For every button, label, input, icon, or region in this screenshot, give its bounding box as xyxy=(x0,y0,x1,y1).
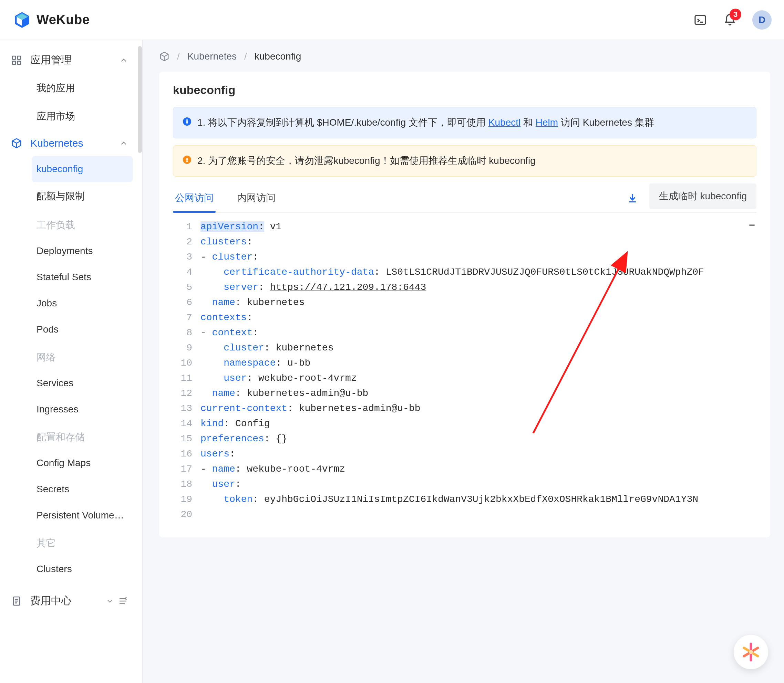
svg-rect-4 xyxy=(18,61,21,64)
sidebar-item-pvcs[interactable]: Persistent Volume… xyxy=(32,502,133,528)
svg-rect-1 xyxy=(13,56,16,59)
content-area: / Kubernetes / kubeconfig kubeconfig 1. … xyxy=(143,40,784,683)
cube-icon xyxy=(11,138,22,149)
tab-private[interactable]: 内网访问 xyxy=(235,184,278,212)
download-icon[interactable] xyxy=(627,192,638,204)
breadcrumb: / Kubernetes / kubeconfig xyxy=(159,51,770,62)
user-avatar[interactable]: D xyxy=(752,10,771,30)
card-title: kubeconfig xyxy=(173,83,757,97)
grid-icon xyxy=(11,55,22,66)
sidebar-section-other: 其它 xyxy=(32,528,139,556)
alert-text: 1. 将以下内容复制到计算机 $HOME/.kube/config 文件下，即可… xyxy=(198,117,488,128)
code-body[interactable]: apiVersion: v1clusters:- cluster: certif… xyxy=(201,218,757,524)
svg-rect-2 xyxy=(18,56,21,59)
code-editor[interactable]: 1234567891011121314151617181920 apiVersi… xyxy=(173,218,757,524)
info-dot-icon xyxy=(183,117,191,126)
svg-point-6 xyxy=(186,119,187,120)
nav-group-k8s[interactable]: Kubernetes xyxy=(0,130,139,156)
alert-warning-text: 2. 为了您账号的安全，请勿泄露kubeconfig！如需使用推荐生成临时 ku… xyxy=(198,153,536,169)
alert-warning: 2. 为了您账号的安全，请勿泄露kubeconfig！如需使用推荐生成临时 ku… xyxy=(173,145,757,176)
warning-dot-icon xyxy=(183,156,191,164)
sidebar-section-config: 配置和存储 xyxy=(32,422,139,450)
sidebar: 应用管理 我的应用 应用市场 Kubernetes kubeconfig 配额与… xyxy=(0,40,143,683)
link-helm[interactable]: Helm xyxy=(536,117,558,128)
svg-point-11 xyxy=(749,650,753,654)
svg-point-9 xyxy=(186,161,187,162)
terminal-icon[interactable] xyxy=(693,13,707,27)
sidebar-item-jobs[interactable]: Jobs xyxy=(32,290,133,316)
assistant-fab[interactable] xyxy=(734,635,768,669)
sidebar-item-deployments[interactable]: Deployments xyxy=(32,238,133,264)
alert-info: 1. 将以下内容复制到计算机 $HOME/.kube/config 文件下，即可… xyxy=(173,107,757,138)
breadcrumb-current: kubeconfig xyxy=(255,51,301,62)
chevron-up-icon xyxy=(119,56,128,65)
collapse-sidebar-icon[interactable] xyxy=(118,596,128,606)
breadcrumb-kubernetes[interactable]: Kubernetes xyxy=(187,51,237,62)
sidebar-item-secrets[interactable]: Secrets xyxy=(32,476,133,502)
sidebar-section-workload: 工作负载 xyxy=(32,210,139,238)
brand[interactable]: WeKube xyxy=(14,12,90,28)
chevron-up-icon xyxy=(119,139,128,148)
svg-rect-3 xyxy=(13,61,16,64)
brand-name: WeKube xyxy=(37,13,90,27)
nav-group-billing[interactable]: 费用中心 xyxy=(0,587,139,615)
nav-group-apps-label: 应用管理 xyxy=(30,53,119,67)
sidebar-item-quota[interactable]: 配额与限制 xyxy=(32,182,133,210)
tabs-row: 公网访问 内网访问 生成临时 kubeconfig xyxy=(173,183,757,213)
alert-text: 访问 Kubernetes 集群 xyxy=(558,117,654,128)
generate-temp-kubeconfig-button[interactable]: 生成临时 kubeconfig xyxy=(649,183,757,209)
notifications-badge: 3 xyxy=(729,9,741,20)
svg-rect-8 xyxy=(187,158,188,160)
sidebar-item-services[interactable]: Services xyxy=(32,370,133,396)
svg-rect-0 xyxy=(695,16,705,24)
kubeconfig-card: kubeconfig 1. 将以下内容复制到计算机 $HOME/.kube/co… xyxy=(159,72,770,537)
minimize-icon[interactable] xyxy=(747,221,757,229)
breadcrumb-sep: / xyxy=(177,51,180,62)
sidebar-item-statefulsets[interactable]: Stateful Sets xyxy=(32,264,133,290)
sidebar-item-pods[interactable]: Pods xyxy=(32,316,133,343)
app-header: WeKube 3 D xyxy=(0,0,784,40)
sidebar-scrollbar[interactable] xyxy=(138,46,142,153)
nav-group-k8s-label: Kubernetes xyxy=(30,137,119,149)
receipt-icon xyxy=(11,596,22,606)
sidebar-section-network: 网络 xyxy=(32,343,139,370)
svg-rect-7 xyxy=(187,121,188,123)
sidebar-item-clusters[interactable]: Clusters xyxy=(32,556,133,582)
bell-icon[interactable]: 3 xyxy=(723,13,737,27)
breadcrumb-sep: / xyxy=(244,51,247,62)
line-gutter: 1234567891011121314151617181920 xyxy=(173,218,201,524)
brand-logo-icon xyxy=(14,12,30,28)
sidebar-item-ingresses[interactable]: Ingresses xyxy=(32,396,133,422)
sidebar-item-myapps[interactable]: 我的应用 xyxy=(32,74,133,102)
sidebar-item-configmaps[interactable]: Config Maps xyxy=(32,450,133,476)
nav-group-billing-label: 费用中心 xyxy=(30,594,105,608)
sidebar-item-market[interactable]: 应用市场 xyxy=(32,102,133,130)
alert-info-text: 1. 将以下内容复制到计算机 $HOME/.kube/config 文件下，即可… xyxy=(198,115,654,130)
alert-text: 和 xyxy=(521,117,536,128)
link-kubectl[interactable]: Kubectl xyxy=(488,117,521,128)
tab-public[interactable]: 公网访问 xyxy=(173,184,215,212)
cube-outline-icon xyxy=(159,51,169,62)
sidebar-item-kubeconfig[interactable]: kubeconfig xyxy=(32,156,133,182)
nav-group-apps[interactable]: 应用管理 xyxy=(0,46,139,74)
chevron-down-icon xyxy=(105,596,114,606)
